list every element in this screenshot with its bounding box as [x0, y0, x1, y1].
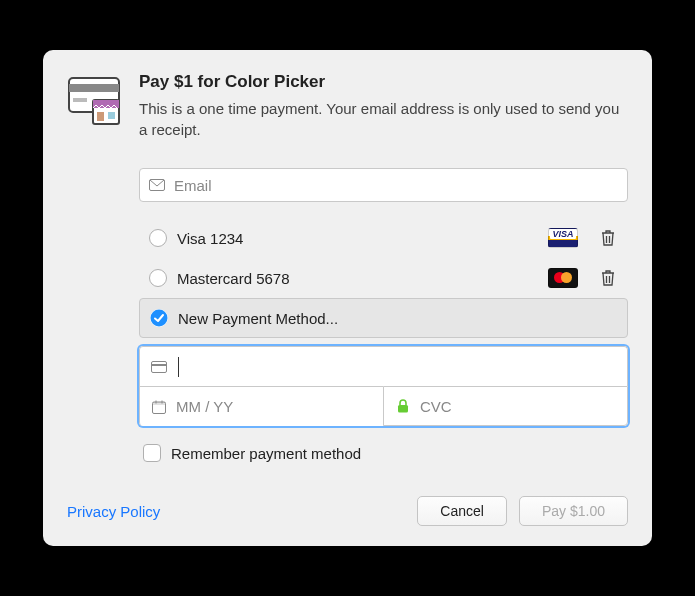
visa-badge-icon: VISA	[548, 228, 578, 248]
card-entry-group	[139, 346, 628, 426]
payment-option-label: Visa 1234	[177, 230, 538, 247]
header-text: Pay $1 for Color Picker This is a one ti…	[139, 72, 628, 140]
svg-point-8	[151, 310, 168, 327]
card-expiry-field[interactable]	[139, 386, 383, 426]
app-icon	[67, 74, 121, 128]
dialog-title: Pay $1 for Color Picker	[139, 72, 628, 92]
svg-rect-5	[97, 112, 104, 121]
radio-icon	[149, 269, 167, 287]
svg-rect-12	[153, 402, 166, 405]
payment-option-visa[interactable]: Visa 1234 VISA	[139, 218, 628, 258]
delete-card-button[interactable]	[598, 268, 618, 288]
card-number-field[interactable]	[139, 346, 628, 386]
card-icon	[150, 358, 168, 376]
card-expiry-input[interactable]	[176, 398, 373, 415]
svg-rect-1	[69, 84, 119, 92]
delete-card-button[interactable]	[598, 228, 618, 248]
svg-rect-6	[108, 112, 115, 119]
cancel-button[interactable]: Cancel	[417, 496, 507, 526]
card-cvc-input[interactable]	[420, 398, 617, 415]
svg-rect-13	[398, 405, 408, 413]
remember-label: Remember payment method	[171, 445, 361, 462]
payment-option-label: Mastercard 5678	[177, 270, 538, 287]
remember-checkbox[interactable]	[143, 444, 161, 462]
card-number-input[interactable]	[187, 358, 617, 375]
remember-row[interactable]: Remember payment method	[139, 444, 628, 462]
svg-rect-9	[152, 361, 167, 372]
text-caret	[178, 357, 179, 377]
calendar-icon	[150, 398, 168, 416]
radio-checked-icon	[150, 309, 168, 327]
card-cvc-field[interactable]	[383, 386, 628, 426]
privacy-link[interactable]: Privacy Policy	[67, 503, 160, 520]
pay-button[interactable]: Pay $1.00	[519, 496, 628, 526]
payment-dialog: Pay $1 for Color Picker This is a one ti…	[43, 50, 652, 546]
email-field-wrap[interactable]	[139, 168, 628, 202]
payment-method-list: Visa 1234 VISA Mastercard 5678 New Payme…	[139, 218, 628, 338]
payment-option-label: New Payment Method...	[178, 310, 617, 327]
svg-rect-10	[152, 364, 167, 366]
payment-form: Visa 1234 VISA Mastercard 5678 New Payme…	[139, 168, 628, 462]
svg-rect-2	[73, 98, 87, 102]
lock-icon	[394, 397, 412, 415]
dialog-footer: Privacy Policy Cancel Pay $1.00	[67, 496, 628, 526]
email-input[interactable]	[166, 177, 619, 194]
dialog-header: Pay $1 for Color Picker This is a one ti…	[67, 72, 628, 140]
radio-icon	[149, 229, 167, 247]
payment-option-new[interactable]: New Payment Method...	[139, 298, 628, 338]
envelope-icon	[148, 176, 166, 194]
dialog-subtitle: This is a one time payment. Your email a…	[139, 98, 628, 140]
payment-option-mastercard[interactable]: Mastercard 5678	[139, 258, 628, 298]
mastercard-badge-icon	[548, 268, 578, 288]
